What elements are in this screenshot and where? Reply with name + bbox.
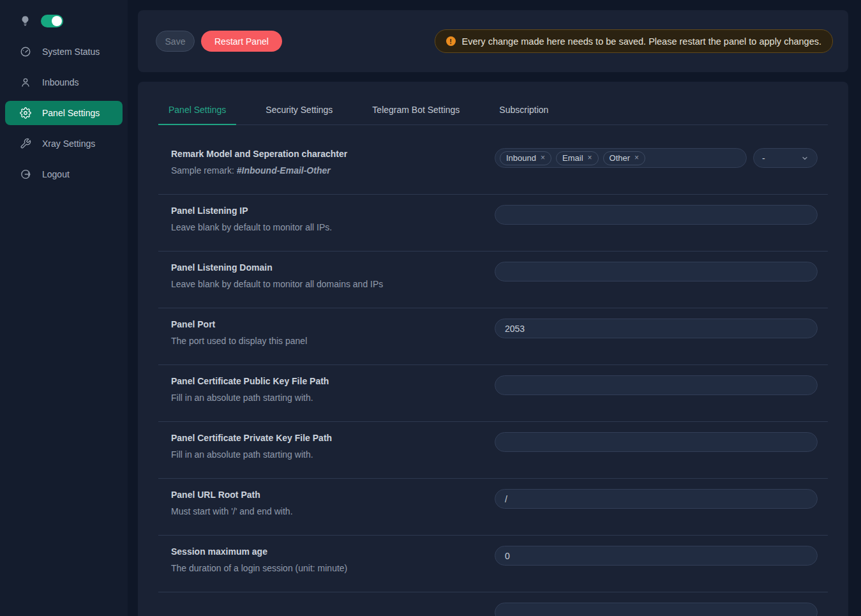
theme-toggle-row bbox=[0, 11, 128, 31]
settings-row-remark-model-and-seperation-charachter: Remark Model and Seperation charachterSa… bbox=[158, 138, 828, 195]
setting-title: Remark Model and Seperation charachter bbox=[171, 148, 475, 160]
tag-remove-icon[interactable]: × bbox=[588, 154, 592, 162]
settings-row-panel-listening-ip: Panel Listening IPLeave blank by default… bbox=[158, 195, 828, 252]
settings-row-panel-certificate-public-key-file-path: Panel Certificate Public Key File PathFi… bbox=[158, 365, 828, 422]
sidebar-nav: System StatusInboundsPanel SettingsXray … bbox=[0, 40, 128, 186]
setting-label: Panel Certificate Private Key File PathF… bbox=[171, 432, 495, 460]
restart-panel-button[interactable]: Restart Panel bbox=[201, 31, 282, 52]
setting-control: Inbound×Email×Other×- bbox=[495, 148, 818, 168]
setting-title: Panel Port bbox=[171, 319, 475, 330]
setting-title: Panel Certificate Private Key File Path bbox=[171, 432, 475, 444]
setting-title: Session maximum age bbox=[171, 546, 475, 557]
settings-row-panel-url-root-path: Panel URL Root PathMust start with '/' a… bbox=[158, 479, 828, 536]
separator-select[interactable]: - bbox=[753, 148, 818, 168]
sidebar-item-label: Logout bbox=[42, 169, 70, 179]
sidebar-item-inbounds[interactable]: Inbounds bbox=[5, 70, 123, 94]
remark-tags-input[interactable]: Inbound×Email×Other× bbox=[495, 148, 747, 168]
settings-row-panel-port: Panel PortThe port used to display this … bbox=[158, 308, 828, 365]
setting-input-panel-port[interactable] bbox=[495, 319, 818, 338]
chevron-down-icon bbox=[801, 154, 809, 162]
setting-control bbox=[495, 603, 818, 616]
tab-telegram-bot-settings[interactable]: Telegram Bot Settings bbox=[362, 97, 470, 124]
warning-icon: ! bbox=[446, 36, 456, 46]
save-warning-alert: ! Every change made here needs to be sav… bbox=[435, 29, 833, 53]
tag-remove-icon[interactable]: × bbox=[541, 154, 545, 162]
setting-title: Panel Listening Domain bbox=[171, 262, 475, 273]
settings-row-session-maximum-age: Session maximum ageThe duration of a log… bbox=[158, 536, 828, 592]
setting-description: Fill in an absolute path starting with. bbox=[171, 449, 475, 460]
setting-input-panel-certificate-private-key-file-path[interactable] bbox=[495, 432, 818, 452]
person-icon bbox=[20, 77, 31, 88]
toggle-knob bbox=[52, 16, 62, 26]
dark-mode-toggle[interactable] bbox=[41, 15, 63, 27]
settings-row-panel-listening-domain: Panel Listening DomainLeave blank by def… bbox=[158, 252, 828, 308]
sidebar: System StatusInboundsPanel SettingsXray … bbox=[0, 0, 128, 616]
sidebar-item-label: Inbounds bbox=[42, 77, 79, 87]
setting-control bbox=[495, 489, 818, 509]
gauge-icon bbox=[20, 46, 31, 57]
setting-input-panel-url-root-path[interactable] bbox=[495, 489, 818, 509]
setting-title: Panel URL Root Path bbox=[171, 489, 475, 500]
setting-input-panel-listening-ip[interactable] bbox=[495, 205, 818, 225]
main-content: Save Restart Panel ! Every change made h… bbox=[128, 0, 861, 616]
setting-control bbox=[495, 546, 818, 566]
alert-text: Every change made here needs to be saved… bbox=[462, 36, 821, 47]
setting-input-session-maximum-age[interactable] bbox=[495, 546, 818, 566]
sidebar-item-system-status[interactable]: System Status bbox=[5, 40, 123, 64]
logout-icon bbox=[20, 169, 31, 180]
setting-description: Fill in an absolute path starting with. bbox=[171, 393, 475, 403]
setting-description: The duration of a login session (unit: m… bbox=[171, 563, 475, 573]
setting-control bbox=[495, 262, 818, 282]
setting-label: Panel URL Root PathMust start with '/' a… bbox=[171, 489, 495, 516]
select-value: - bbox=[762, 153, 765, 163]
tag-inbound: Inbound× bbox=[500, 151, 551, 165]
tag-email: Email× bbox=[556, 151, 599, 165]
setting-control bbox=[495, 432, 818, 452]
setting-title: Panel Listening IP bbox=[171, 205, 475, 216]
setting-label: Session maximum ageThe duration of a log… bbox=[171, 546, 495, 573]
tag-remove-icon[interactable]: × bbox=[634, 154, 639, 162]
sidebar-item-label: Panel Settings bbox=[42, 108, 100, 118]
setting-description: Leave blank by default to monitor all do… bbox=[171, 279, 475, 289]
setting-control bbox=[495, 205, 818, 225]
setting-control bbox=[495, 375, 818, 395]
tab-security-settings[interactable]: Security Settings bbox=[255, 97, 343, 124]
tag-other: Other× bbox=[603, 151, 646, 165]
setting-label: Panel Listening DomainLeave blank by def… bbox=[171, 262, 495, 289]
sidebar-item-logout[interactable]: Logout bbox=[5, 162, 123, 186]
tab-panel-settings[interactable]: Panel Settings bbox=[158, 97, 236, 125]
tab-subscription[interactable]: Subscription bbox=[489, 97, 558, 124]
setting-control bbox=[495, 319, 818, 338]
sidebar-item-label: Xray Settings bbox=[42, 139, 95, 149]
setting-description: Leave blank by default to monitor all IP… bbox=[171, 222, 475, 232]
setting-description: The port used to display this panel bbox=[171, 336, 475, 346]
setting-label: Remark Model and Seperation charachterSa… bbox=[171, 148, 495, 176]
settings-row-panel-certificate-private-key-file-path: Panel Certificate Private Key File PathF… bbox=[158, 422, 828, 479]
sidebar-item-panel-settings[interactable]: Panel Settings bbox=[5, 101, 123, 125]
setting-input[interactable] bbox=[495, 603, 818, 616]
settings-row bbox=[158, 592, 828, 616]
lightbulb-icon bbox=[20, 15, 31, 27]
settings-card: Panel SettingsSecurity SettingsTelegram … bbox=[138, 82, 848, 616]
toolbar-card: Save Restart Panel ! Every change made h… bbox=[138, 10, 848, 72]
tab-bar: Panel SettingsSecurity SettingsTelegram … bbox=[158, 97, 828, 125]
setting-label: Panel Listening IPLeave blank by default… bbox=[171, 205, 495, 232]
gear-icon bbox=[20, 107, 31, 119]
setting-description: Must start with '/' and end with. bbox=[171, 506, 475, 516]
setting-label: Panel PortThe port used to display this … bbox=[171, 319, 495, 346]
save-button[interactable]: Save bbox=[156, 31, 195, 52]
settings-rows: Remark Model and Seperation charachterSa… bbox=[158, 138, 828, 616]
setting-description: Sample remark: #Inbound-Email-Other bbox=[171, 165, 475, 176]
sidebar-item-label: System Status bbox=[42, 47, 100, 57]
wrench-icon bbox=[20, 138, 31, 149]
setting-input-panel-listening-domain[interactable] bbox=[495, 262, 818, 282]
sidebar-item-xray-settings[interactable]: Xray Settings bbox=[5, 131, 123, 156]
setting-title: Panel Certificate Public Key File Path bbox=[171, 375, 475, 387]
setting-input-panel-certificate-public-key-file-path[interactable] bbox=[495, 375, 818, 395]
setting-label: Panel Certificate Public Key File PathFi… bbox=[171, 375, 495, 403]
